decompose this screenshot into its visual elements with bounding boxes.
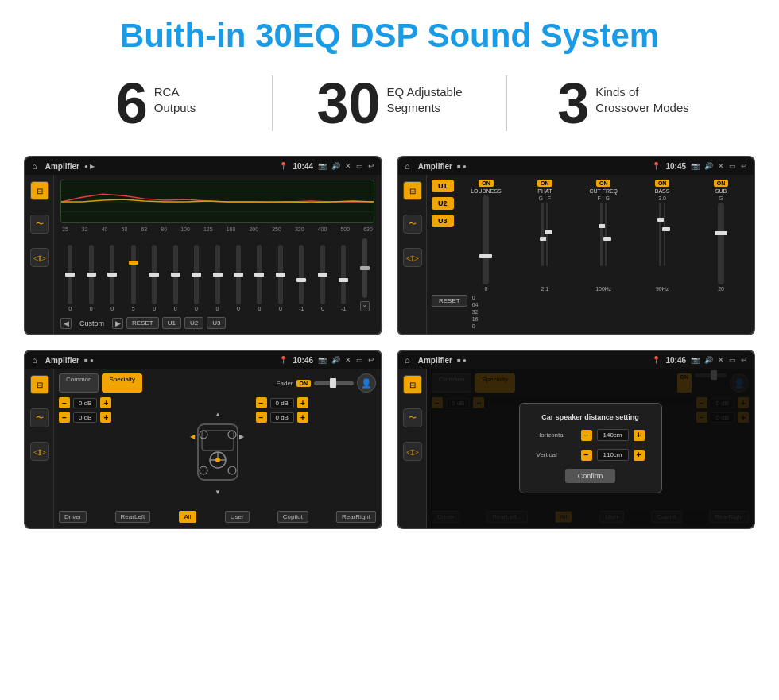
screen-body-1: ⊟ 〜 ◁▷	[25, 175, 381, 334]
phat-on-button[interactable]: ON	[537, 180, 552, 187]
fader-track[interactable]	[314, 381, 354, 385]
sidebar-eq-icon-2[interactable]: ⊟	[403, 181, 422, 200]
preset-u3[interactable]: U3	[432, 215, 454, 227]
rearright-button[interactable]: RearRight	[336, 511, 376, 523]
loudness-slider[interactable]	[483, 195, 489, 284]
db-minus-br[interactable]: −	[256, 412, 267, 423]
eq-slider-1[interactable]: 0	[81, 245, 100, 311]
stat-divider-2	[506, 75, 507, 131]
phat-slider[interactable]	[541, 203, 548, 284]
eq-slider-3[interactable]: 5	[123, 245, 142, 311]
person-icon[interactable]: 👤	[357, 373, 376, 393]
eq-slider-5[interactable]: 0	[165, 245, 184, 311]
vertical-minus-button[interactable]: −	[581, 450, 592, 461]
cutfreq-on-button[interactable]: ON	[596, 180, 611, 187]
sidebar-speaker-icon-4[interactable]: ◁▷	[403, 442, 422, 461]
eq-slider-13[interactable]: -1	[334, 245, 353, 311]
loudness-on-button[interactable]: ON	[479, 180, 494, 187]
eq-slider-2[interactable]: 0	[103, 245, 122, 311]
sidebar-eq-icon-4[interactable]: ⊟	[403, 375, 422, 394]
tab-specialty[interactable]: Specialty	[102, 373, 141, 393]
volume-icon-4: 🔊	[704, 356, 713, 364]
svg-text:▼: ▼	[215, 489, 221, 496]
reset-button-2[interactable]: RESET	[432, 295, 467, 307]
u1-button-1[interactable]: U1	[162, 317, 181, 329]
horizontal-minus-button[interactable]: −	[581, 430, 592, 441]
db-minus-tl[interactable]: −	[59, 397, 70, 408]
db-minus-tr[interactable]: −	[256, 397, 267, 408]
sidebar-eq-icon-3[interactable]: ⊟	[30, 375, 49, 394]
preset-u1[interactable]: U1	[432, 180, 454, 192]
phat-label: PHAT	[537, 188, 552, 194]
sub-slider[interactable]	[718, 203, 724, 284]
eq-slider-7[interactable]: 0	[207, 245, 227, 311]
db-plus-br[interactable]: +	[297, 412, 308, 423]
prev-preset-button[interactable]: ◀	[60, 318, 72, 329]
horizontal-row: Horizontal − 140cm +	[533, 429, 649, 441]
eq-slider-12[interactable]: 0	[313, 245, 332, 311]
confirm-button[interactable]: Confirm	[565, 469, 616, 483]
fader-on-button[interactable]: ON	[296, 380, 312, 387]
db-plus-tr[interactable]: +	[297, 397, 308, 408]
db-minus-bl[interactable]: −	[59, 412, 70, 423]
preset-list: U1 U2 U3	[432, 180, 454, 292]
home-icon-3: ⌂	[32, 355, 37, 365]
eq-slider-11[interactable]: -1	[292, 245, 311, 311]
u2-button-1[interactable]: U2	[184, 317, 203, 329]
copilot-button[interactable]: Copilot	[277, 511, 308, 523]
all-button[interactable]: All	[179, 511, 197, 523]
preset-u2[interactable]: U2	[432, 197, 454, 210]
sub-on-button[interactable]: ON	[714, 180, 729, 187]
battery-icon-2: ▭	[729, 162, 736, 170]
channel-cutfreq: ON CUT FREQ F G 100Hz	[576, 180, 631, 292]
sidebar-wave-icon[interactable]: 〜	[30, 215, 49, 234]
svg-point-11	[228, 431, 236, 439]
reset-button-1[interactable]: RESET	[126, 317, 159, 329]
eq-slider-6[interactable]: 0	[187, 245, 206, 311]
db-val-br: 0 dB	[270, 412, 294, 423]
u3-button-1[interactable]: U3	[207, 317, 226, 329]
stat-rca: 6 RCAOutputs	[48, 75, 264, 132]
tab-common[interactable]: Common	[59, 373, 99, 393]
volume-icon-3: 🔊	[331, 356, 340, 364]
eq-slider-4[interactable]: 0	[145, 245, 164, 311]
bass-on-button[interactable]: ON	[655, 180, 670, 187]
user-button[interactable]: User	[225, 511, 250, 523]
fader-control: Fader ON	[277, 373, 354, 393]
svg-point-10	[200, 431, 207, 439]
sidebar-eq-icon[interactable]: ⊟	[30, 181, 49, 200]
eq-slider-14[interactable]: »	[355, 238, 374, 311]
db-plus-bl[interactable]: +	[100, 412, 111, 423]
time-3: 10:46	[293, 356, 313, 365]
eq-slider-0[interactable]: 0	[60, 245, 79, 311]
signal-icon-3: ✕	[345, 356, 351, 364]
app-name-3: Amplifier	[45, 356, 79, 365]
stats-row: 6 RCAOutputs 30 EQ AdjustableSegments 3 …	[0, 67, 779, 148]
driver-button[interactable]: Driver	[59, 511, 87, 523]
horizontal-plus-button[interactable]: +	[634, 430, 645, 441]
bass-slider[interactable]	[659, 203, 665, 284]
crossover-panel: Common Specialty Fader ON 👤	[54, 369, 381, 528]
eq-slider-10[interactable]: 0	[271, 245, 290, 311]
expand-icon[interactable]: »	[360, 301, 370, 311]
sidebar-speaker-icon-3[interactable]: ◁▷	[30, 442, 49, 461]
stat-number-eq: 30	[316, 75, 380, 132]
right-controls: − 0 dB + − 0 dB +	[256, 397, 377, 506]
eq-graph	[60, 180, 374, 223]
channel-sub: ON SUB G 20	[693, 180, 749, 292]
sidebar-speaker-icon-2[interactable]: ◁▷	[403, 248, 422, 267]
vertical-plus-button[interactable]: +	[634, 450, 645, 461]
next-preset-button[interactable]: ▶	[112, 318, 123, 329]
sidebar-wave-icon-4[interactable]: 〜	[403, 408, 422, 427]
eq-slider-8[interactable]: 0	[229, 245, 248, 311]
cutfreq-slider[interactable]	[600, 203, 607, 284]
fader-label: Fader	[277, 380, 293, 387]
sidebar-wave-icon-2[interactable]: 〜	[403, 215, 422, 234]
sidebar-speaker-icon[interactable]: ◁▷	[30, 248, 49, 267]
horizontal-value: 140cm	[597, 429, 629, 441]
sidebar-wave-icon-3[interactable]: 〜	[30, 408, 49, 427]
status-bar-2: ⌂ Amplifier ■ ● 📍 10:45 📷 🔊 ✕ ▭ ↩	[398, 157, 754, 175]
rearleft-button[interactable]: RearLeft	[115, 511, 151, 523]
db-plus-tl[interactable]: +	[100, 397, 111, 408]
eq-slider-9[interactable]: 0	[250, 245, 269, 311]
